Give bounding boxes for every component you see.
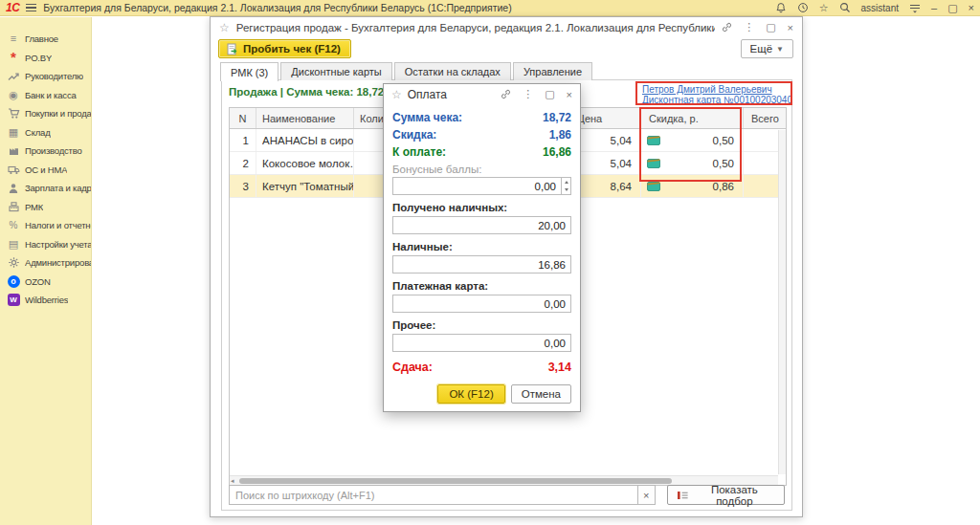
scrollbar-thumb[interactable] (239, 478, 672, 484)
sidebar-item-proizvodstvo[interactable]: Производство (0, 142, 91, 161)
dialog-close-icon[interactable]: × (567, 89, 572, 100)
discount-value: 1,86 (549, 128, 571, 142)
cash-input[interactable] (392, 255, 571, 273)
barcode-search-row: × Показать подбор (229, 485, 785, 505)
service-menu-icon[interactable] (909, 3, 921, 13)
sidebar-item-nalogi[interactable]: % Налоги и отчетность (0, 216, 91, 235)
discount-card-icon (647, 181, 660, 191)
sidebar-item-administrirovanie[interactable]: Администрирование (0, 253, 91, 273)
other-label: Прочее: (392, 319, 571, 331)
link-icon[interactable] (722, 22, 732, 33)
col-header-name[interactable]: Наименование (256, 108, 354, 128)
clear-search-button[interactable]: × (638, 485, 656, 505)
window-maximize-icon[interactable]: ▢ (766, 21, 775, 33)
sidebar-item-os-nma[interactable]: ОС и НМА (0, 161, 91, 180)
chevron-down-icon: ▼ (776, 45, 784, 54)
bank-cash-icon: ◉ (7, 90, 20, 100)
dialog-title: Оплата (408, 88, 495, 101)
favorite-star-icon[interactable]: ☆ (219, 21, 230, 34)
more-button[interactable]: Ещё ▼ (741, 39, 793, 58)
dialog-titlebar: ☆ Оплата ⋮ ▢ × (384, 84, 580, 104)
history-icon[interactable] (797, 2, 809, 13)
ok-button[interactable]: ОК (F12) (437, 384, 504, 404)
bonus-spinner[interactable] (562, 177, 571, 195)
bonus-points-label: Бонусные баллы: (392, 164, 571, 175)
table-vertical-scrollbar[interactable] (778, 130, 786, 474)
dialog-maximize-icon[interactable]: ▢ (545, 88, 554, 100)
other-input[interactable] (392, 334, 571, 352)
window-close-icon[interactable]: × (788, 22, 793, 33)
1c-logo: 1С (6, 1, 19, 14)
purchases-sales-cart-icon (7, 107, 20, 120)
window-toolbar: Пробить чек (F12) Ещё ▼ (211, 37, 802, 62)
received-cash-input[interactable] (392, 216, 571, 234)
tab-discount-cards[interactable]: Дисконтные карты (280, 62, 391, 80)
tab-management[interactable]: Управление (513, 62, 592, 80)
app-title: Бухгалтерия для Беларуси, редакция 2.1. … (43, 2, 511, 13)
check-total-row: Сумма чека: 18,72 (392, 109, 571, 126)
customer-name-link[interactable]: Петров Дмитрий Валерьевич (642, 84, 791, 95)
salary-hr-person-icon (7, 183, 20, 194)
change-row: Сдача: 3,14 (392, 361, 571, 374)
payment-dialog: ☆ Оплата ⋮ ▢ × Сумма чека: 18,72 Скидка:… (383, 83, 581, 412)
dialog-body: Сумма чека: 18,72 Скидка: 1,86 К оплате:… (384, 105, 580, 411)
sidebar-nav: ≡ Главное * PO.BY Руководителю ◉ Банк и … (0, 17, 92, 525)
show-selection-button[interactable]: Показать подбор (667, 485, 785, 505)
change-label: Сдача: (392, 361, 433, 374)
favorite-star-icon[interactable]: ☆ (391, 88, 402, 101)
sidebar-item-sklad[interactable]: ▦ Склад (0, 123, 91, 142)
sidebar-item-glavnoe[interactable]: ≡ Главное (0, 30, 91, 49)
window-title: Регистрация продаж - Бухгалтерия для Бел… (236, 22, 715, 33)
to-pay-row: К оплате: 16,86 (392, 143, 571, 161)
bell-icon[interactable] (775, 2, 787, 13)
bonus-points-input[interactable] (392, 177, 562, 195)
tab-stock-balances[interactable]: Остатки на складах (394, 62, 511, 80)
search-icon[interactable] (839, 2, 851, 13)
sidebar-item-ozon[interactable]: o OZON (0, 273, 91, 292)
sidebar-item-pokupki-prodazhi[interactable]: Покупки и продажи (0, 104, 91, 123)
window-titlebar: ☆ Регистрация продаж - Бухгалтерия для Б… (211, 17, 802, 37)
accounting-settings-icon: ▤ (7, 239, 20, 250)
sidebar-item-zarplata-kadry[interactable]: Зарплата и кадры (0, 179, 91, 198)
change-value: 3,14 (548, 361, 571, 374)
taxes-percent-icon: % (7, 221, 20, 230)
sidebar-item-rmk[interactable]: РМК (0, 198, 91, 217)
app-topbar: 1С Бухгалтерия для Беларуси, редакция 2.… (0, 0, 980, 16)
app-minimize-icon[interactable]: – (931, 2, 937, 13)
sidebar-item-bank-kassa[interactable]: ◉ Банк и касса (0, 86, 91, 105)
app-maximize-icon[interactable]: ▢ (947, 2, 957, 14)
sidebar-item-wildberries[interactable]: W Wildberries (0, 291, 91, 310)
to-pay-value: 16,86 (543, 145, 571, 159)
check-total-value: 18,72 (543, 111, 571, 124)
discount-card-link[interactable]: Дисконтная карта №001002030405 (10,00 %) (642, 95, 791, 105)
sidebar-item-nastroyki-ucheta[interactable]: ▤ Настройки учета (0, 235, 91, 254)
screen: 1С Бухгалтерия для Беларуси, редакция 2.… (0, 0, 980, 525)
dialog-menu-icon[interactable]: ⋮ (523, 88, 533, 100)
production-icon (7, 144, 20, 157)
tab-rmk[interactable]: РМК (3) (220, 62, 278, 81)
wildberries-logo-icon: W (7, 294, 20, 306)
receipt-icon (226, 43, 238, 55)
sidebar-item-rukovoditelyu[interactable]: Руководителю (0, 67, 91, 86)
col-header-n[interactable]: N (230, 108, 256, 128)
sidebar-item-po-by[interactable]: * PO.BY (0, 49, 91, 68)
received-cash-label: Получено наличных: (392, 202, 571, 213)
manager-chart-icon (7, 71, 20, 82)
administration-gear-icon (7, 256, 20, 269)
spinner-down-icon (562, 186, 570, 195)
cancel-button[interactable]: Отмена (511, 384, 571, 404)
app-close-icon[interactable]: × (969, 2, 974, 13)
link-icon[interactable] (501, 89, 511, 99)
discount-card-icon (647, 158, 660, 168)
warehouse-icon: ▦ (7, 127, 20, 138)
assistant-label[interactable]: assistant (861, 3, 899, 13)
barcode-search-input[interactable] (229, 485, 638, 505)
favorites-star-icon[interactable]: ☆ (819, 3, 829, 13)
col-header-discount[interactable]: Скидка, р. (641, 108, 744, 128)
window-menu-icon[interactable]: ⋮ (744, 21, 754, 33)
punch-check-button[interactable]: Пробить чек (F12) (218, 39, 351, 58)
payment-card-input[interactable] (392, 295, 571, 313)
col-header-total[interactable]: Всего (744, 108, 786, 128)
payment-card-label: Платежная карта: (392, 280, 571, 292)
main-menu-icon[interactable] (26, 4, 36, 12)
